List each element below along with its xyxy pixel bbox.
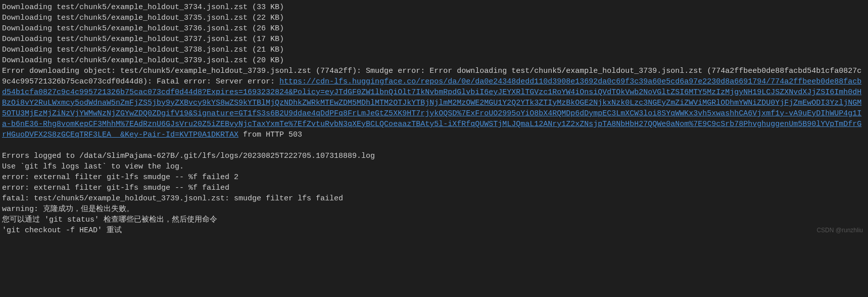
download-line: Downloading test/chunk5/example_holdout_… xyxy=(2,2,866,13)
download-line: Downloading test/chunk5/example_holdout_… xyxy=(2,55,866,66)
download-line: Downloading test/chunk5/example_holdout_… xyxy=(2,23,866,34)
download-line: Downloading test/chunk5/example_holdout_… xyxy=(2,34,866,45)
error-suffix: from HTTP 503 xyxy=(238,131,302,139)
log-line: 您可以通过 'git status' 检查哪些已被检出，然后使用命令 xyxy=(2,215,866,225)
log-line: error: external filter git-lfs smudge --… xyxy=(2,183,866,193)
log-line: error: external filter git-lfs smudge --… xyxy=(2,172,866,183)
log-line: warning: 克隆成功，但是检出失败。 xyxy=(2,204,866,215)
log-line: Use `git lfs logs last` to view the log. xyxy=(2,161,866,172)
log-line: fatal: test/chunk5/example_holdout_3739.… xyxy=(2,193,866,204)
download-line: Downloading test/chunk5/example_holdout_… xyxy=(2,13,866,23)
error-line: Error downloading object: test/chunk5/ex… xyxy=(2,66,866,140)
terminal-output: Downloading test/chunk5/example_holdout_… xyxy=(2,2,866,236)
error-url-link[interactable]: https://cdn-lfs.huggingface.co/repos/da/… xyxy=(2,77,861,139)
download-line: Downloading test/chunk5/example_holdout_… xyxy=(2,45,866,55)
watermark: CSDN @runzhliu xyxy=(816,226,863,235)
blank-line xyxy=(2,140,866,151)
log-line: 'git checkout -f HEAD' 重试 xyxy=(2,225,866,236)
log-line: Errors logged to /data/SlimPajama-627B/.… xyxy=(2,151,866,161)
